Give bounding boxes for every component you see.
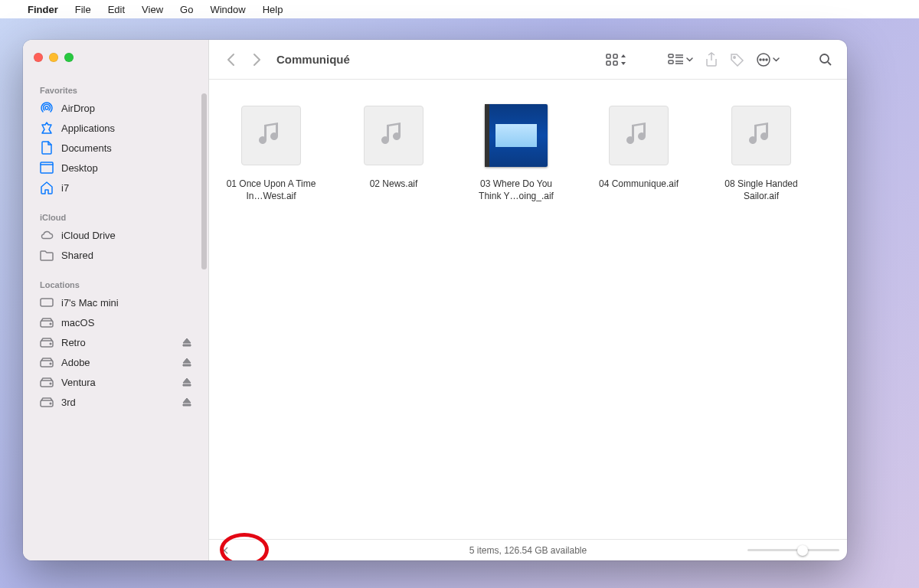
search-button[interactable]: [815, 49, 836, 70]
sidebar-item-label: Documents: [61, 142, 112, 154]
sidebar-item-label: 3rd: [61, 397, 76, 408]
file-item[interactable]: 04 Communique.aif: [590, 100, 687, 202]
action-menu-button[interactable]: [753, 49, 783, 70]
file-item[interactable]: 03 Where Do You Think Y…oing_.aif: [468, 100, 564, 202]
sidebar-item-desktop[interactable]: Desktop: [29, 158, 202, 178]
disk-icon: [40, 375, 54, 389]
sidebar-item-label: Adobe: [61, 357, 90, 368]
view-mode-icons-button[interactable]: [602, 49, 630, 70]
menu-go[interactable]: Go: [180, 4, 193, 15]
sidebar-item-label: i7: [61, 182, 69, 194]
window-minimize-button[interactable]: [49, 53, 58, 62]
sidebar-scrollbar[interactable]: [201, 93, 207, 270]
toolbar: Communiqué: [209, 40, 847, 80]
sidebar-item-i7[interactable]: i7: [29, 178, 202, 198]
album-art-icon: [485, 104, 548, 167]
group-by-button[interactable]: [665, 49, 696, 70]
doc-icon: [40, 141, 54, 155]
cloud-icon: [40, 228, 54, 242]
desktop-icon: [40, 161, 54, 175]
app-name-menu[interactable]: Finder: [28, 4, 58, 15]
forward-button[interactable]: [246, 49, 267, 70]
svg-point-28: [766, 59, 767, 60]
file-name-label: 02 News.aif: [370, 178, 418, 190]
tags-button[interactable]: [727, 49, 748, 70]
disk-icon: [40, 395, 54, 409]
sidebar-item-applications[interactable]: Applications: [29, 118, 202, 138]
menu-help[interactable]: Help: [263, 4, 283, 15]
file-item[interactable]: 02 News.aif: [345, 100, 442, 202]
window-title: Communiqué: [276, 53, 350, 66]
folder-icon: [40, 248, 54, 262]
sidebar: Favorites AirDrop Applications Documents…: [23, 40, 209, 560]
eject-icon[interactable]: [182, 338, 191, 347]
svg-rect-1: [41, 162, 53, 173]
svg-line-30: [828, 62, 831, 65]
file-name-label: 01 Once Upon A Time In…West.aif: [223, 178, 319, 202]
window-zoom-button[interactable]: [64, 53, 74, 62]
sidebar-item-label: AirDrop: [61, 103, 95, 114]
status-text: 5 items, 126.54 GB available: [469, 545, 587, 556]
sidebar-item-adobe[interactable]: Adobe: [29, 352, 202, 372]
sidebar-item-ventura[interactable]: Ventura: [29, 372, 202, 392]
svg-rect-17: [613, 61, 617, 65]
sidebar-item-label: i7's Mac mini: [61, 297, 119, 309]
sidebar-item-shared[interactable]: Shared: [29, 245, 202, 265]
svg-rect-15: [613, 54, 617, 58]
svg-rect-16: [607, 61, 610, 65]
eject-icon[interactable]: [182, 377, 191, 387]
eject-icon[interactable]: [182, 358, 191, 367]
svg-point-27: [763, 59, 764, 60]
sidebar-item-label: iCloud Drive: [61, 230, 116, 241]
disk-icon: [40, 335, 54, 349]
icon-size-slider[interactable]: [747, 544, 839, 557]
sidebar-item-airdrop[interactable]: AirDrop: [29, 98, 202, 118]
window-controls: [34, 53, 74, 62]
menu-window[interactable]: Window: [210, 4, 245, 15]
status-close-button[interactable]: [217, 547, 232, 554]
menu-file[interactable]: File: [75, 4, 91, 15]
status-bar: 5 items, 126.54 GB available: [209, 539, 847, 560]
menu-view[interactable]: View: [142, 4, 163, 15]
disk-icon: [40, 355, 54, 369]
file-item[interactable]: 01 Once Upon A Time In…West.aif: [223, 100, 319, 202]
svg-rect-3: [41, 299, 53, 306]
sidebar-item-documents[interactable]: Documents: [29, 138, 202, 158]
menu-edit[interactable]: Edit: [108, 4, 125, 15]
sidebar-section-label: iCloud: [29, 208, 202, 225]
file-name-label: 03 Where Do You Think Y…oing_.aif: [468, 178, 564, 202]
audio-file-icon: [731, 106, 791, 165]
window-close-button[interactable]: [34, 53, 43, 62]
svg-rect-19: [669, 60, 673, 64]
home-icon: [40, 181, 54, 194]
svg-point-26: [760, 59, 761, 60]
sidebar-item-3rd[interactable]: 3rd: [29, 392, 202, 412]
svg-point-7: [50, 343, 51, 345]
audio-file-icon: [364, 106, 424, 165]
sidebar-item-icloud-drive[interactable]: iCloud Drive: [29, 225, 202, 245]
file-icon-grid[interactable]: 01 Once Upon A Time In…West.aif02 News.a…: [209, 80, 847, 539]
svg-point-9: [50, 363, 51, 364]
sidebar-item-label: Desktop: [61, 162, 98, 174]
file-name-label: 04 Communique.aif: [599, 178, 679, 190]
sidebar-item-label: Ventura: [61, 377, 96, 388]
sidebar-item-label: macOS: [61, 317, 94, 328]
sidebar-item-i7-s-mac-mini[interactable]: i7's Mac mini: [29, 292, 202, 312]
sidebar-item-retro[interactable]: Retro: [29, 332, 202, 352]
sidebar-section-label: Favorites: [29, 81, 202, 98]
back-button[interactable]: [220, 49, 241, 70]
file-item[interactable]: 08 Single Handed Sailor.aif: [713, 100, 809, 202]
share-button[interactable]: [701, 49, 722, 70]
sidebar-item-label: Retro: [61, 337, 86, 348]
finder-window: Favorites AirDrop Applications Documents…: [23, 40, 847, 560]
eject-icon[interactable]: [182, 397, 191, 407]
sidebar-item-label: Shared: [61, 250, 93, 261]
sidebar-item-macos[interactable]: macOS: [29, 312, 202, 332]
airdrop-icon: [40, 101, 54, 115]
svg-rect-14: [607, 54, 610, 58]
audio-file-icon: [241, 106, 301, 165]
mac-icon: [40, 296, 54, 309]
file-name-label: 08 Single Handed Sailor.aif: [713, 178, 809, 202]
svg-rect-18: [669, 54, 673, 57]
svg-point-29: [820, 54, 829, 63]
